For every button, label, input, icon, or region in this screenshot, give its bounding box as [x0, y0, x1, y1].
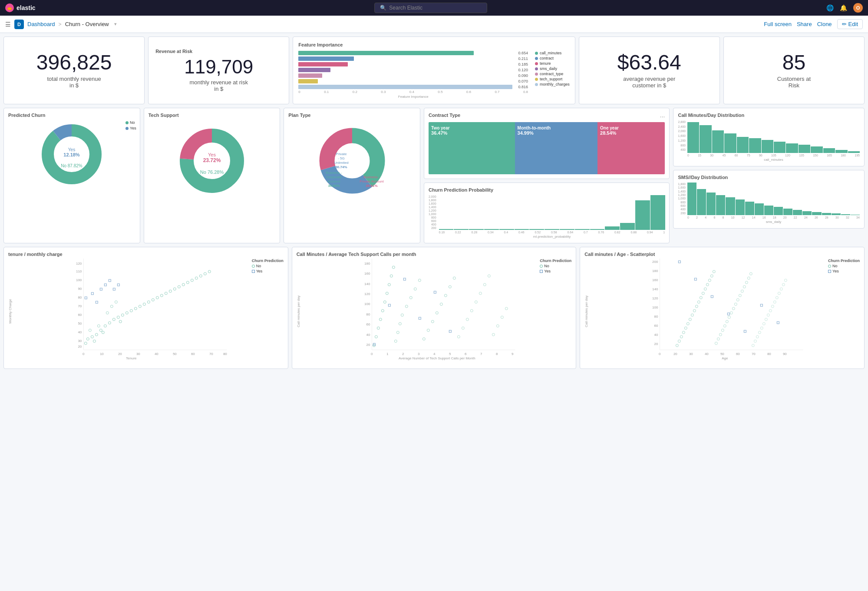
svg-rect-237 [744, 330, 746, 332]
svg-text:140: 140 [652, 287, 658, 291]
sms-dist-title: SMS//Day Distribution [678, 175, 860, 180]
svg-point-134 [422, 338, 425, 340]
svg-point-201 [717, 338, 720, 340]
bell-icon[interactable]: 🔔 [840, 4, 847, 11]
svg-point-131 [409, 296, 412, 299]
call-minutes-x-label: call_minutes [687, 158, 860, 162]
svg-text:200: 200 [652, 260, 658, 264]
svg-text:8: 8 [496, 352, 498, 356]
predicted-churn-legend: No Yes [125, 120, 136, 130]
sms-bar-4 [716, 195, 725, 216]
fi-bar-call-minutes [298, 51, 474, 55]
svg-point-79 [204, 272, 206, 275]
svg-point-53 [99, 329, 102, 332]
svg-point-80 [208, 270, 211, 273]
fi-bar-contract-type [298, 73, 322, 78]
svg-point-186 [685, 327, 687, 329]
svg-text:60: 60 [736, 352, 740, 356]
sms-bar-15 [822, 213, 831, 215]
fi-x-label: Feature Importance [298, 95, 528, 99]
elastic-logo[interactable]: elastic [5, 3, 36, 12]
svg-point-55 [104, 325, 106, 327]
svg-text:40: 40 [155, 352, 158, 356]
full-screen-button[interactable]: Full screen [764, 21, 792, 27]
tech-support-title: Tech Support [149, 113, 276, 118]
metrics-row: 396,825 total monthly revenuein $ Revenu… [3, 37, 865, 104]
svg-text:20: 20 [654, 342, 658, 346]
predicted-churn-title: Predicted Churn [8, 113, 135, 118]
svg-point-210 [737, 299, 739, 301]
svg-point-219 [756, 335, 759, 338]
svg-point-224 [767, 314, 770, 316]
contract-type-options[interactable]: ··· [660, 113, 665, 120]
sms-bar-10 [774, 207, 783, 215]
cm-bar-2 [700, 125, 711, 153]
edit-button[interactable]: ✏ Edit [837, 19, 863, 29]
svg-point-65 [143, 303, 145, 305]
sms-bar-14 [812, 212, 821, 215]
svg-point-52 [95, 333, 98, 336]
svg-text:Yes: Yes [68, 147, 75, 152]
revenue-at-risk-title: Revenue at Risk [155, 49, 192, 54]
user-avatar[interactable]: O [853, 3, 863, 13]
svg-text:80: 80 [366, 312, 370, 316]
svg-point-130 [405, 305, 408, 308]
svg-point-144 [466, 318, 469, 321]
svg-point-135 [427, 329, 429, 332]
svg-point-138 [440, 303, 442, 305]
prob-bar-8 [545, 229, 559, 230]
breadcrumb-dashboard[interactable]: Dashboard [27, 21, 55, 27]
fi-bar-tech-support [298, 79, 317, 83]
fi-row-2: 0.211 [298, 56, 528, 61]
prob-bar-1 [439, 229, 454, 230]
svg-text:110: 110 [76, 269, 82, 273]
cm-bar-11 [811, 146, 822, 153]
fi-row-4: 0.120 [298, 68, 528, 72]
svg-point-136 [431, 320, 434, 323]
avg-revenue-card: $63.64 average revenue percustomer in $ [579, 37, 720, 104]
svg-point-63 [134, 307, 137, 310]
edit-icon: ✏ [842, 21, 847, 27]
svg-point-225 [769, 309, 772, 312]
globe-icon[interactable]: 🌐 [826, 4, 834, 11]
tenure-scatter-title: tenure / monthly charge [8, 252, 284, 257]
sms-dist-card: SMS//Day Distribution 1,8001,6001,4001,2… [673, 170, 865, 229]
svg-text:120: 120 [652, 296, 658, 300]
svg-text:80: 80 [767, 352, 771, 356]
breadcrumb-separator: > [59, 21, 62, 27]
hamburger-menu[interactable]: ☰ [5, 21, 11, 28]
svg-rect-238 [761, 304, 763, 306]
share-button[interactable]: Share [797, 21, 812, 27]
svg-point-71 [169, 290, 172, 292]
search-icon: 🔍 [380, 5, 386, 11]
svg-point-202 [719, 333, 722, 336]
svg-point-84 [110, 305, 113, 308]
revenue-at-risk-label: monthly revenue at riskin $ [190, 79, 248, 92]
svg-text:20: 20 [118, 352, 122, 356]
svg-point-60 [121, 314, 124, 316]
svg-point-78 [199, 275, 202, 277]
svg-text:160: 160 [364, 272, 370, 276]
tech-support-donut: Yes 23.72% No 76.28% [149, 120, 276, 197]
age-scatter-svg: 200 180 160 140 120 100 80 60 40 20 0 20… [590, 259, 860, 363]
svg-point-197 [709, 279, 711, 282]
search-bar[interactable]: 🔍 Search Elastic [374, 3, 487, 13]
age-legend-no-label: No [832, 264, 838, 268]
sms-bar-16 [832, 213, 841, 215]
svg-point-76 [191, 279, 193, 282]
sms-bar-8 [755, 203, 764, 215]
svg-point-208 [733, 307, 735, 310]
breadcrumb-chevron[interactable]: ▾ [114, 21, 117, 27]
cm-bar-12 [823, 148, 835, 153]
svg-point-50 [91, 335, 93, 338]
svg-text:Private: Private [336, 152, 347, 156]
svg-point-127 [396, 331, 399, 334]
svg-point-121 [383, 301, 386, 303]
fi-row-3: 0.185 [298, 62, 528, 66]
svg-text:120: 120 [76, 262, 82, 266]
svg-rect-236 [728, 313, 730, 315]
svg-text:40: 40 [705, 352, 709, 356]
svg-point-199 [713, 270, 716, 273]
age-legend-yes: Yes [828, 269, 860, 273]
clone-button[interactable]: Clone [817, 21, 832, 27]
